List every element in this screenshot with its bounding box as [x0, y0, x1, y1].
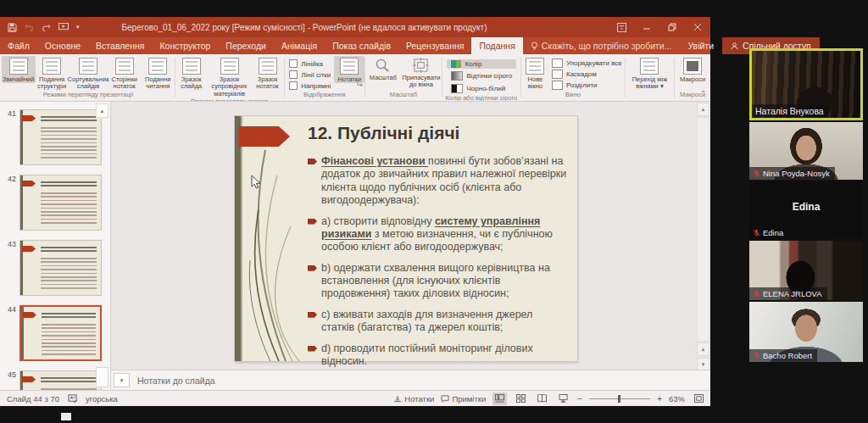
participant-tile-1[interactable]: Наталія Внукова — [749, 48, 863, 120]
black-white-mode-button[interactable]: Чорно-білий — [447, 83, 517, 94]
split-button[interactable]: Розділити — [552, 81, 622, 90]
save-icon[interactable] — [8, 23, 17, 32]
switch-windows-icon — [640, 58, 659, 75]
language-indicator[interactable]: угорська — [86, 394, 118, 404]
thumbnails-scroll-up-icon[interactable]: ▲ — [96, 103, 108, 118]
outline-view-button[interactable]: Подання структури — [36, 56, 70, 91]
notes-pane[interactable]: ▼ Нотатки до слайда — [111, 370, 710, 390]
slide-sorter-statusbar-icon[interactable] — [514, 392, 528, 405]
slideshow-statusbar-icon[interactable] — [556, 392, 570, 405]
participant-tile-5[interactable]: Bacho Robert — [749, 302, 863, 362]
taskbar-sliver — [61, 413, 71, 420]
customize-qat-icon[interactable]: ▾ — [76, 24, 80, 31]
title-bar: ▾ Берегово_01_06_2022 року [Режим сумісн… — [0, 17, 710, 37]
previous-slide-icon[interactable]: ▲ — [697, 342, 709, 356]
tell-me-box[interactable]: Скажіть, що потрібно зробити... — [523, 37, 680, 54]
zoom-in-icon[interactable]: + — [657, 394, 662, 404]
reading-view-button[interactable]: Подання читання — [142, 56, 175, 91]
redo-icon[interactable] — [42, 23, 51, 31]
participant-tile-4[interactable]: ELENA JRLOVA — [749, 241, 863, 300]
minimize-button[interactable] — [634, 17, 659, 37]
tab-7[interactable]: Рецензування — [398, 37, 471, 54]
collapse-ribbon-icon[interactable]: ⌃ — [700, 90, 706, 97]
slide-bullet[interactable]: c) вживати заходів для визначення джерел… — [308, 309, 567, 335]
slide-body-text[interactable]: Фінансові установи повинні бути зобов’яз… — [308, 155, 567, 376]
slide-thumbnail-panel: 4142434445 ▲ — [0, 102, 111, 390]
tab-6[interactable]: Показ слайдів — [325, 37, 398, 54]
current-slide-canvas[interactable]: 12. Публічні діячі Фінансові установи по… — [235, 116, 577, 361]
reading-view-statusbar-icon[interactable] — [535, 392, 549, 405]
undo-icon[interactable] — [25, 23, 34, 31]
normal-view-button[interactable]: Звичайний — [2, 56, 36, 83]
cascade-icon — [552, 70, 563, 79]
tab-1[interactable]: Основне — [37, 37, 88, 54]
arrange-all-button[interactable]: Упорядкувати все — [552, 58, 622, 68]
color-mode-button[interactable]: Колір — [447, 59, 517, 69]
slide-bullet[interactable]: d) проводити постійний моніторинг ділови… — [308, 342, 567, 369]
comments-statusbar-button[interactable]: Примітки — [441, 394, 486, 404]
slide-bullet[interactable]: Фінансові установи повинні бути зобов’яз… — [308, 155, 567, 208]
spellcheck-icon[interactable] — [68, 394, 77, 404]
participant-name: ELENA JRLOVA — [763, 289, 822, 298]
fit-to-window-button[interactable]: Припасувати до вікна — [401, 56, 442, 89]
slide-thumbnail-44[interactable]: 44 — [2, 305, 102, 361]
notes-master-button[interactable]: Зразок нотаток — [251, 56, 283, 91]
switch-windows-button[interactable]: Перехід між вікнами ▾ — [625, 56, 674, 91]
slide-sorter-icon — [79, 58, 97, 75]
zoom-slider[interactable] — [589, 398, 650, 399]
zoom-button[interactable]: Масштаб — [365, 56, 401, 81]
tab-2[interactable]: Вставлення — [88, 37, 152, 54]
ruler-checkbox[interactable]: Лінійка — [289, 59, 331, 68]
slide-left-stripe — [235, 116, 241, 361]
new-window-button[interactable]: Нове вікно — [521, 56, 549, 91]
slide-bullet[interactable]: b) одержати схвалення вищого керівництва… — [308, 262, 567, 301]
slide-thumbnail-41[interactable]: 41 — [2, 109, 102, 165]
cascade-button[interactable]: Каскадом — [552, 70, 622, 79]
show-dialog-launcher-icon[interactable] — [357, 75, 363, 90]
scroll-up-icon[interactable]: ▲ — [697, 103, 709, 116]
slide-thumbnail-42[interactable]: 42 — [2, 175, 102, 231]
notes-statusbar-button[interactable]: Нотатки — [393, 394, 434, 404]
muted-mic-icon — [753, 170, 760, 177]
tab-3[interactable]: Конструктор — [152, 37, 218, 54]
editor-scrollbar[interactable]: ▲ ▲ ▼ ▼ — [697, 103, 709, 389]
ribbon: Звичайний Подання структури Сортувальник… — [0, 54, 710, 102]
slide-thumbnail-45[interactable]: 45 — [2, 370, 102, 390]
notes-collapse-icon[interactable]: ▼ — [114, 373, 130, 387]
macros-button[interactable]: Макроси — [675, 56, 710, 83]
slide-master-button[interactable]: Зразок слайда — [175, 56, 208, 91]
close-button[interactable] — [685, 17, 710, 37]
status-bar: Слайд 44 з 70 угорська Нотатки Примітки … — [0, 390, 710, 406]
thumbnails-scrollbar[interactable] — [96, 367, 108, 387]
tab-5[interactable]: Анімація — [274, 37, 325, 54]
ribbon-display-options-icon[interactable] — [609, 17, 634, 37]
person-icon — [731, 42, 738, 50]
participant-tile-3[interactable]: EdinaEdina — [749, 181, 863, 239]
fit-slide-statusbar-icon[interactable] — [692, 392, 706, 405]
notes-placeholder[interactable]: Нотатки до слайда — [137, 376, 215, 386]
slide-sorter-button[interactable]: Сортувальник слайдів — [69, 56, 108, 91]
gridlines-checkbox[interactable]: Лінії сітки — [289, 70, 331, 79]
guides-checkbox[interactable]: Напрямні — [289, 81, 331, 90]
macros-icon — [683, 58, 702, 75]
zoom-percentage[interactable]: 63% — [669, 394, 685, 404]
sign-in-button[interactable]: Увійти — [679, 37, 722, 54]
start-slideshow-icon[interactable] — [58, 23, 69, 31]
zoom-slider-thumb[interactable] — [618, 395, 620, 403]
normal-view-statusbar-icon[interactable] — [492, 392, 507, 405]
tab-file[interactable]: Файл — [0, 37, 37, 54]
tab-8[interactable]: Подання — [471, 37, 522, 54]
slide-thumbnail-43[interactable]: 43 — [2, 240, 102, 296]
zoom-out-icon[interactable]: − — [577, 394, 582, 404]
participant-tile-2[interactable]: Nina Poyda-Nosyk — [749, 122, 863, 180]
magnifier-icon — [375, 58, 391, 73]
handout-master-button[interactable]: Зразок супровідних матеріалів — [208, 56, 252, 97]
slide-counter[interactable]: Слайд 44 з 70 — [7, 394, 59, 404]
tab-4[interactable]: Переходи — [218, 37, 274, 54]
grayscale-mode-button[interactable]: Відтінки сірого — [447, 70, 517, 81]
restore-button[interactable] — [659, 17, 685, 37]
participant-name: Nina Poyda-Nosyk — [763, 169, 830, 178]
notes-page-button[interactable]: Сторінки нотаток — [108, 56, 142, 91]
slide-title[interactable]: 12. Публічні діячі — [308, 123, 459, 143]
slide-bullet[interactable]: а) створити відповідну систему управлінн… — [308, 215, 567, 254]
